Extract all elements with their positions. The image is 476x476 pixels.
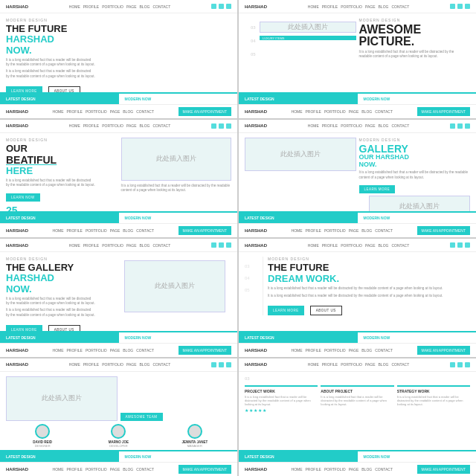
appointment-btn-4[interactable]: MAKE AN APPOINTMENT: [417, 226, 470, 235]
bottom-left-7[interactable]: LATEST DESIGN: [0, 451, 119, 462]
nav-portfolio-8[interactable]: PORTFOLIO: [341, 362, 362, 367]
nav-page-8[interactable]: PAGE: [365, 362, 376, 367]
instagram-icon-7[interactable]: [226, 362, 231, 367]
learn-btn-5[interactable]: LEARN MORE: [6, 325, 42, 330]
nav-portfolio-1[interactable]: PORTFOLIO: [102, 4, 123, 9]
bottom-left-6[interactable]: LATEST DESIGN: [239, 332, 358, 343]
nav-contact-4[interactable]: CONTACT: [391, 123, 409, 128]
footer-portfolio-3[interactable]: PORTFOLIO: [86, 228, 107, 233]
nav-blog-6[interactable]: BLOG: [379, 243, 389, 248]
nav-page-3[interactable]: PAGE: [126, 123, 137, 128]
instagram-icon-2[interactable]: [465, 4, 470, 9]
nav-portfolio-6[interactable]: PORTFOLIO: [341, 243, 362, 248]
appointment-btn-6[interactable]: MAKE AN APPOINTMENT: [417, 346, 470, 355]
footer-profile-8[interactable]: PROFILE: [306, 467, 321, 472]
nav-profile-8[interactable]: PROFILE: [322, 362, 338, 367]
nav-contact-6[interactable]: CONTACT: [391, 243, 409, 248]
bottom-right-6[interactable]: MODERN NOW: [358, 332, 477, 343]
appointment-btn-3[interactable]: MAKE AN APPOINTMENT: [178, 226, 231, 235]
appointment-btn-1[interactable]: MAKE AN APPOINTMENT: [178, 107, 231, 116]
footer-home-3[interactable]: HOME: [53, 228, 64, 233]
nav-blog-3[interactable]: BLOG: [140, 123, 150, 128]
bottom-right-8[interactable]: MODERN NOW: [358, 451, 477, 462]
nav-contact-1[interactable]: CONTACT: [152, 4, 170, 9]
bottom-left-1[interactable]: LATEST DESIGN: [0, 94, 119, 104]
footer-portfolio-7[interactable]: PORTFOLIO: [86, 467, 107, 472]
footer-home-2[interactable]: HOME: [292, 109, 303, 114]
nav-portfolio-5[interactable]: PORTFOLIO: [102, 243, 123, 248]
footer-page-8[interactable]: PAGE: [349, 467, 359, 472]
facebook-icon-4[interactable]: [450, 123, 455, 129]
instagram-icon[interactable]: [226, 4, 231, 9]
footer-page-6[interactable]: PAGE: [349, 348, 359, 353]
footer-blog-1[interactable]: BLOG: [123, 109, 133, 114]
facebook-icon[interactable]: [211, 4, 216, 9]
bottom-left-8[interactable]: LATEST DESIGN: [239, 451, 358, 462]
instagram-icon-6[interactable]: [465, 242, 470, 248]
nav-profile-4[interactable]: PROFILE: [322, 123, 338, 128]
nav-contact-5[interactable]: CONTACT: [152, 243, 170, 248]
footer-page-4[interactable]: PAGE: [349, 228, 359, 233]
footer-page-7[interactable]: PAGE: [110, 467, 120, 472]
appointment-btn-2[interactable]: MAKE AN APPOINTMENT: [417, 107, 470, 116]
nav-page-6[interactable]: PAGE: [365, 243, 376, 248]
twitter-icon-5[interactable]: [219, 242, 224, 248]
about-btn-6[interactable]: ABOUT US: [310, 306, 342, 315]
twitter-icon-8[interactable]: [457, 362, 463, 367]
footer-profile-4[interactable]: PROFILE: [306, 228, 321, 233]
nav-contact-2[interactable]: CONTACT: [391, 4, 409, 9]
twitter-icon-2[interactable]: [457, 4, 463, 9]
bottom-right-2[interactable]: MODERN NOW: [358, 94, 477, 104]
appointment-btn-5[interactable]: MAKE AN APPOINTMENT: [178, 346, 231, 355]
nav-portfolio-3[interactable]: PORTFOLIO: [102, 123, 123, 128]
footer-home-1[interactable]: HOME: [53, 109, 64, 114]
nav-profile-2[interactable]: PROFILE: [322, 4, 338, 9]
team-btn-7[interactable]: AWESOME TEAM: [120, 413, 163, 421]
footer-home-8[interactable]: HOME: [292, 467, 303, 472]
bottom-left-3[interactable]: LATEST DESIGN: [0, 213, 119, 223]
footer-page-1[interactable]: PAGE: [110, 109, 120, 114]
nav-portfolio-2[interactable]: PORTFOLIO: [341, 4, 362, 9]
nav-home-2[interactable]: HOME: [308, 4, 319, 9]
footer-home-4[interactable]: HOME: [292, 228, 303, 233]
nav-blog-7[interactable]: BLOG: [140, 362, 150, 367]
nav-home-3[interactable]: HOME: [69, 123, 80, 128]
footer-portfolio-6[interactable]: PORTFOLIO: [324, 348, 346, 353]
nav-profile-1[interactable]: PROFILE: [83, 4, 99, 9]
footer-home-5[interactable]: HOME: [53, 348, 64, 353]
footer-profile-2[interactable]: PROFILE: [306, 109, 321, 114]
learn-btn-1[interactable]: LEARN MORE: [6, 86, 42, 91]
about-btn-5[interactable]: ABOUT US: [48, 325, 80, 330]
facebook-icon-2[interactable]: [450, 4, 455, 9]
nav-blog-8[interactable]: BLOG: [379, 362, 389, 367]
footer-contact-8[interactable]: CONTACT: [375, 467, 393, 472]
footer-contact-3[interactable]: CONTACT: [136, 228, 154, 233]
footer-contact-6[interactable]: CONTACT: [375, 348, 393, 353]
footer-profile-7[interactable]: PROFILE: [67, 467, 83, 472]
nav-contact-3[interactable]: CONTACT: [152, 123, 170, 128]
nav-home-4[interactable]: HOME: [308, 123, 319, 128]
nav-page-1[interactable]: PAGE: [126, 4, 137, 9]
footer-home-7[interactable]: HOME: [53, 467, 64, 472]
footer-blog-4[interactable]: BLOG: [361, 228, 372, 233]
footer-contact-5[interactable]: CONTACT: [136, 348, 154, 353]
twitter-icon-4[interactable]: [457, 123, 463, 129]
footer-page-5[interactable]: PAGE: [110, 348, 120, 353]
footer-portfolio-4[interactable]: PORTFOLIO: [324, 228, 346, 233]
footer-profile-6[interactable]: PROFILE: [306, 348, 321, 353]
footer-contact-1[interactable]: CONTACT: [136, 109, 154, 114]
footer-blog-6[interactable]: BLOG: [361, 348, 372, 353]
footer-blog-8[interactable]: BLOG: [361, 467, 372, 472]
learn-btn-4[interactable]: LEARN MORE: [359, 185, 396, 193]
nav-page-5[interactable]: PAGE: [126, 243, 137, 248]
nav-blog-5[interactable]: BLOG: [140, 243, 150, 248]
twitter-icon-3[interactable]: [219, 123, 224, 129]
footer-profile-3[interactable]: PROFILE: [67, 228, 83, 233]
footer-portfolio-1[interactable]: PORTFOLIO: [86, 109, 107, 114]
nav-portfolio-4[interactable]: PORTFOLIO: [341, 123, 362, 128]
nav-home-7[interactable]: HOME: [69, 362, 80, 367]
footer-page-3[interactable]: PAGE: [110, 228, 120, 233]
footer-contact-2[interactable]: CONTACT: [375, 109, 393, 114]
appointment-btn-7[interactable]: MAKE AN APPOINTMENT: [178, 465, 231, 474]
facebook-icon-7[interactable]: [211, 362, 216, 367]
